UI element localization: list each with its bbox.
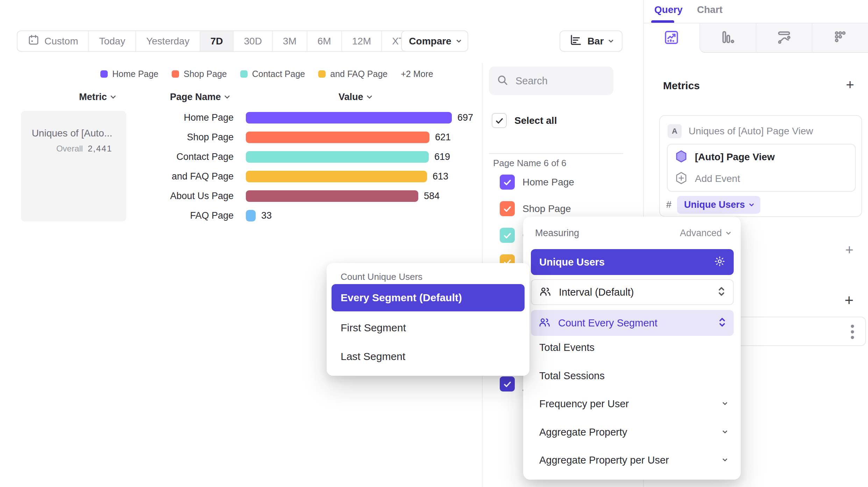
select-all-row[interactable]: Select all [492, 113, 557, 128]
bar[interactable] [246, 132, 429, 143]
tab-retention[interactable] [812, 23, 868, 53]
date-range-label: Custom [44, 36, 78, 47]
date-range-custom[interactable]: Custom [17, 31, 89, 51]
column-header-metric[interactable]: Metric [79, 92, 115, 103]
bar-value-label: 621 [435, 132, 451, 143]
segment-checkbox[interactable] [500, 228, 515, 243]
legend-item[interactable]: Contact Page [240, 69, 305, 79]
add-metric-button[interactable]: + [846, 78, 854, 92]
retention-icon [832, 29, 848, 47]
segment-checkbox-row[interactable]: Home Page [500, 175, 574, 190]
select-all-checkbox[interactable] [492, 113, 507, 128]
metric-series-checkbox[interactable] [500, 376, 515, 391]
measuring-option[interactable]: Total Sessions [539, 368, 727, 383]
date-range-today[interactable]: Today [89, 31, 136, 51]
event-hexagon-icon [675, 150, 687, 164]
count-type-chip[interactable]: Unique Users [677, 196, 760, 214]
event-name: [Auto] Page View [695, 151, 775, 163]
advanced-dropdown[interactable]: Advanced [680, 228, 730, 239]
chevron-down-icon [456, 38, 461, 43]
add-event-icon [675, 172, 687, 186]
segment-label: Home Page [522, 177, 574, 188]
legend-more[interactable]: +2 More [401, 69, 433, 79]
bar-value-label: 33 [261, 210, 272, 221]
bar[interactable] [246, 151, 429, 163]
event-card: [Auto] Page View Add Event [667, 144, 856, 192]
chevron-down-icon [726, 230, 731, 235]
chart-type-dropdown[interactable]: Bar [560, 30, 622, 52]
gear-icon[interactable] [714, 256, 725, 268]
chevron-down-icon [609, 38, 613, 43]
metric-summary-card[interactable]: Uniques of [Auto... Overall2,441 [21, 111, 126, 221]
bar-category-label: Home Page [115, 112, 234, 123]
bar[interactable] [246, 171, 427, 182]
date-range-30d[interactable]: 30D [234, 31, 272, 51]
date-range-3m[interactable]: 3M [273, 31, 307, 51]
measuring-option[interactable]: Aggregate Property per User [539, 452, 727, 468]
insights-icon [663, 29, 680, 47]
measuring-title: Measuring [535, 228, 579, 239]
chevron-down-icon [723, 400, 727, 405]
chart-type-tabs [644, 23, 868, 53]
legend-item[interactable]: and FAQ Page [318, 69, 387, 79]
metric-card-title: Uniques of [Auto] Page View [689, 126, 813, 137]
legend-item[interactable]: Home Page [100, 69, 158, 79]
date-range-7d[interactable]: 7D [200, 31, 234, 51]
event-row[interactable]: [Auto] Page View [675, 150, 855, 164]
count-every-segment-stepper[interactable]: Count Every Segment [531, 310, 734, 336]
bar-row: Shop Page621 [0, 130, 482, 144]
tab-flows[interactable] [756, 23, 812, 53]
segment-checkbox[interactable] [500, 175, 515, 190]
date-range-12m[interactable]: 12M [342, 31, 382, 51]
segment-checkbox[interactable] [500, 201, 515, 216]
add-breakdown-button[interactable]: + [845, 292, 854, 308]
menu-item-last-segment[interactable]: Last Segment [332, 345, 525, 368]
measuring-option[interactable]: Total Events [539, 340, 727, 355]
add-event-label: Add Event [695, 173, 740, 184]
tab-funnels[interactable] [699, 23, 756, 53]
compare-button[interactable]: Compare [401, 30, 468, 52]
add-filter-button[interactable]: + [845, 243, 853, 257]
bar-row: FAQ Page33 [0, 209, 482, 223]
stepper-icon [718, 286, 725, 298]
kebab-menu-icon[interactable] [851, 325, 854, 339]
legend-swatch [100, 70, 108, 78]
tab-query[interactable]: Query [654, 4, 683, 15]
column-header-value[interactable]: Value [339, 92, 371, 103]
date-range-yesterday[interactable]: Yesterday [136, 31, 200, 51]
count-prefix: # [666, 199, 671, 210]
flows-icon [776, 29, 792, 47]
interval-stepper[interactable]: Interval (Default) [531, 279, 734, 305]
column-header-page-name[interactable]: Page Name [170, 92, 229, 103]
bar[interactable] [246, 112, 452, 123]
stepper-icon [718, 317, 726, 329]
measuring-option[interactable]: Frequency per User [539, 396, 727, 411]
bar[interactable] [246, 190, 418, 202]
funnel-icon [720, 29, 736, 47]
legend-item[interactable]: Shop Page [172, 69, 227, 79]
metrics-heading: Metrics [663, 80, 700, 92]
bar-value-label: 697 [457, 112, 473, 123]
menu-item-every-segment[interactable]: Every Segment (Default) [332, 284, 525, 311]
legend-swatch [318, 70, 326, 78]
metric-card: A Uniques of [Auto] Page View [Auto] Pag… [659, 115, 862, 217]
measuring-option[interactable]: Aggregate Property [539, 424, 727, 440]
bar-category-label: Contact Page [115, 151, 234, 162]
tab-chart[interactable]: Chart [697, 4, 723, 15]
segment-checkbox-row[interactable]: Shop Page [500, 201, 571, 216]
bar-value-label: 619 [434, 151, 450, 162]
bar-category-label: and FAQ Page [115, 171, 234, 182]
metric-letter-badge: A [668, 124, 682, 138]
bar[interactable] [246, 210, 256, 221]
menu-item-first-segment[interactable]: First Segment [332, 316, 525, 339]
count-unique-users-menu: Count Unique Users Every Segment (Defaul… [327, 263, 529, 376]
bar-category-label: About Us Page [115, 191, 234, 202]
tab-insights[interactable] [644, 23, 699, 53]
search-input[interactable] [515, 75, 599, 87]
legend-swatch [172, 70, 179, 78]
add-event-row[interactable]: Add Event [675, 172, 855, 186]
chevron-down-icon [367, 93, 372, 99]
people-icon [539, 317, 550, 329]
measuring-option-unique-users[interactable]: Unique Users [531, 249, 734, 275]
date-range-6m[interactable]: 6M [307, 31, 342, 51]
